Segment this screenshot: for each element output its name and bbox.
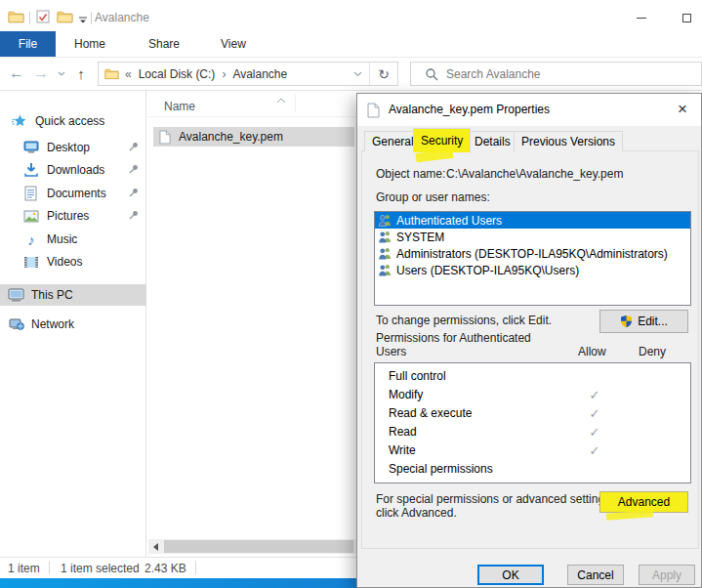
maximize-button[interactable] xyxy=(672,4,701,31)
ribbon-tab-view[interactable]: View xyxy=(207,31,260,57)
sidebar-item-downloads[interactable]: Downloads xyxy=(0,159,146,181)
sidebar-item-label: Pictures xyxy=(47,209,89,223)
permission-row-modify: Modify ✓ xyxy=(375,386,690,404)
sidebar-item-music[interactable]: ♪ Music xyxy=(0,229,146,250)
dialog-titlebar: Avalanche_key.pem Properties × xyxy=(357,94,701,126)
sidebar-item-videos[interactable]: Videos xyxy=(0,251,146,273)
sidebar-item-pictures[interactable]: Pictures xyxy=(0,205,146,227)
group-user-list[interactable]: Authenticated Users SYSTEM Administrator… xyxy=(374,211,691,306)
sidebar-item-label: Quick access xyxy=(35,114,104,128)
address-dropdown-chevron-icon[interactable] xyxy=(346,71,369,77)
permission-row-read: Read ✓ xyxy=(375,423,690,441)
group-row-administrators[interactable]: Administrators (DESKTOP-ILA95KQ\Administ… xyxy=(375,245,690,262)
group-row-authenticated-users[interactable]: Authenticated Users xyxy=(375,212,690,229)
quick-access-star-icon xyxy=(10,113,29,129)
videos-icon xyxy=(21,256,41,269)
permission-row-special-permissions: Special permissions xyxy=(375,460,690,479)
tab-security[interactable]: Security xyxy=(413,128,471,152)
advanced-hint-line2: click Advanced. xyxy=(376,506,457,520)
user-group-icon xyxy=(378,264,392,276)
sidebar: Quick access Desktop Downloads xyxy=(0,91,146,557)
sidebar-item-this-pc[interactable]: This PC xyxy=(0,284,146,306)
titlebar-separator xyxy=(29,12,30,24)
group-row-system[interactable]: SYSTEM xyxy=(375,229,690,245)
cancel-button[interactable]: Cancel xyxy=(567,565,624,585)
ribbon-tab-home[interactable]: Home xyxy=(61,31,119,57)
pictures-icon xyxy=(21,210,41,223)
file-row-avalanche-key[interactable]: Avalanche_key.pem xyxy=(153,127,354,147)
scroll-left-arrow-icon[interactable] xyxy=(153,543,158,551)
sidebar-item-desktop[interactable]: Desktop xyxy=(0,137,146,158)
sidebar-item-documents[interactable]: Documents xyxy=(0,183,146,204)
ribbon-tab-share[interactable]: Share xyxy=(135,31,193,57)
search-box[interactable]: Search Avalanche xyxy=(410,62,702,86)
titlebar-separator xyxy=(91,12,92,24)
minimize-icon xyxy=(637,18,646,19)
address-bar[interactable]: « Local Disk (C:) › Avalanche ↻ xyxy=(98,62,398,86)
column-divider xyxy=(295,95,296,112)
ok-button[interactable]: OK xyxy=(477,565,544,585)
this-pc-icon xyxy=(6,288,25,302)
advanced-button[interactable]: Advanced xyxy=(599,491,688,513)
permission-row-read-execute: Read & execute ✓ xyxy=(375,404,690,423)
breadcrumb-item-avalanche[interactable]: Avalanche xyxy=(232,67,287,81)
address-folder-icon xyxy=(104,67,119,80)
permissions-for-label-line2: Users xyxy=(376,345,406,358)
permissions-list[interactable]: Full control Modify ✓ Read & execute ✓ R… xyxy=(374,362,691,483)
app-folder-icon xyxy=(8,10,24,26)
recent-locations-chevron-icon[interactable] xyxy=(54,63,69,84)
deny-column-header: Deny xyxy=(639,345,666,358)
pin-icon xyxy=(128,210,139,224)
explorer-titlebar: Avalanche xyxy=(0,4,702,31)
horizontal-scrollbar[interactable] xyxy=(148,539,356,554)
minimize-button[interactable] xyxy=(627,4,656,31)
status-item-count: 1 item xyxy=(8,562,40,575)
permission-name: Modify xyxy=(389,388,423,401)
advanced-hint-line1: For special permissions or advanced sett… xyxy=(376,492,613,506)
edit-button[interactable]: Edit... xyxy=(599,310,688,333)
sort-ascending-chevron-icon[interactable] xyxy=(276,93,286,106)
security-tab-panel: Object name: C:\Avalanche\Avalanche_key.… xyxy=(361,150,699,549)
back-icon[interactable]: ← xyxy=(6,63,27,84)
search-placeholder: Search Avalanche xyxy=(446,67,541,81)
sidebar-item-label: Network xyxy=(31,317,74,331)
properties-dialog: Avalanche_key.pem Properties × General S… xyxy=(356,93,702,588)
navigation-row: ← → ↑ « Local Disk (C:) › Avalanche xyxy=(0,58,702,91)
column-header-name[interactable]: Name xyxy=(148,91,356,117)
breadcrumb-collapse[interactable]: « xyxy=(125,67,132,81)
sidebar-item-label: Downloads xyxy=(47,163,104,177)
refresh-icon[interactable]: ↻ xyxy=(370,66,397,82)
breadcrumb-item-local-disk[interactable]: Local Disk (C:) xyxy=(139,67,216,81)
sidebar-item-label: Music xyxy=(47,232,77,246)
file-icon xyxy=(159,130,171,145)
close-icon[interactable]: × xyxy=(670,98,695,121)
sidebar-item-network[interactable]: Network xyxy=(0,314,146,335)
pin-icon xyxy=(128,188,139,201)
tab-details[interactable]: Details xyxy=(467,131,518,151)
scrollbar-thumb[interactable] xyxy=(164,540,353,553)
group-name: SYSTEM xyxy=(396,231,444,244)
edit-button-label: Edit... xyxy=(638,315,668,328)
breadcrumb-separator[interactable]: › xyxy=(222,67,226,81)
quick-access-toolbar-dropdown-icon[interactable] xyxy=(78,14,88,27)
sidebar-item-label: Documents xyxy=(47,187,106,200)
tab-previous-versions[interactable]: Previous Versions xyxy=(514,131,623,151)
group-user-names-label: Group or user names: xyxy=(376,190,490,204)
downloads-icon xyxy=(21,162,41,178)
allow-checkmark: ✓ xyxy=(575,441,614,460)
ribbon-tab-file[interactable]: File xyxy=(0,31,56,57)
dialog-file-icon xyxy=(367,103,380,118)
permission-row-write: Write ✓ xyxy=(375,441,690,460)
up-icon[interactable]: ↑ xyxy=(70,63,92,84)
titlebar-folder-icon[interactable] xyxy=(57,10,73,26)
group-row-users[interactable]: Users (DESKTOP-ILA95KQ\Users) xyxy=(375,262,690,278)
allow-checkmark: ✓ xyxy=(575,404,614,423)
status-selection: 1 item selected xyxy=(61,562,140,575)
dialog-title: Avalanche_key.pem Properties xyxy=(389,103,550,116)
permission-name: Read xyxy=(389,425,417,439)
file-name: Avalanche_key.pem xyxy=(179,130,283,144)
sidebar-item-quick-access[interactable]: Quick access xyxy=(0,110,146,132)
properties-quick-access-icon[interactable] xyxy=(36,10,50,26)
forward-icon[interactable]: → xyxy=(30,63,52,84)
screen: Avalanche File Home Share View ← → ↑ « L… xyxy=(0,0,702,588)
